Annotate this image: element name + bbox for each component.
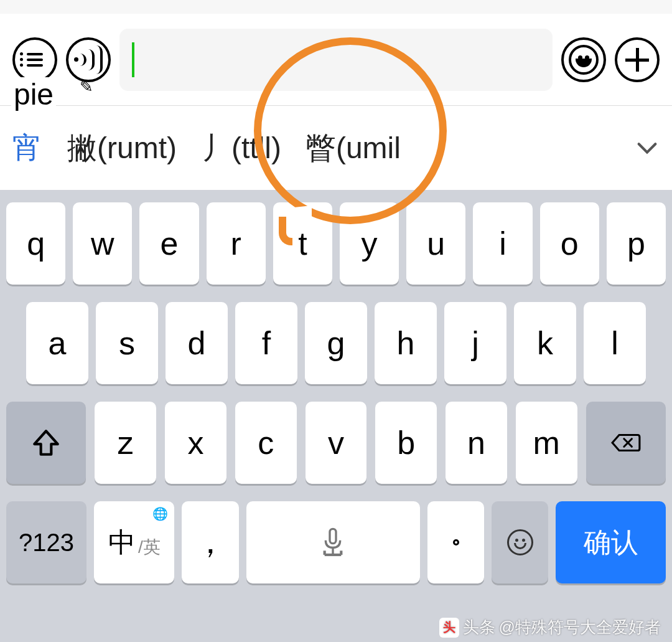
key-row-1: q w e r t y u i o p xyxy=(6,202,666,285)
key-z[interactable]: z xyxy=(95,402,156,484)
key-e[interactable]: e xyxy=(139,202,198,285)
period-dot xyxy=(453,539,459,545)
key-l[interactable]: l xyxy=(584,302,646,384)
key-x[interactable]: x xyxy=(165,402,226,484)
text-caret xyxy=(132,42,134,77)
globe-icon: 🌐 xyxy=(152,506,168,521)
key-w[interactable]: w xyxy=(73,202,132,285)
lang-secondary: /英 xyxy=(138,536,161,559)
voice-icon[interactable] xyxy=(66,37,111,82)
candidate-item[interactable]: 撇(rumt) xyxy=(67,128,177,168)
key-row-4: ?123 🌐 中/英 ， 确认 xyxy=(6,501,666,583)
key-n[interactable]: n xyxy=(446,402,507,484)
key-row-2: a s d f g h j k l xyxy=(6,302,666,384)
sound-waves xyxy=(74,45,103,74)
candidate-bar: 宵 撇(rumt) 丿(ttll) 瞥(umil xyxy=(0,106,672,190)
list-lines xyxy=(27,50,43,70)
menu-list-icon[interactable] xyxy=(12,37,57,82)
key-o[interactable]: o xyxy=(540,202,599,285)
key-m[interactable]: m xyxy=(516,402,577,484)
plus-v xyxy=(636,48,639,72)
key-u[interactable]: u xyxy=(406,202,465,285)
emoji-key[interactable] xyxy=(492,501,548,583)
backspace-key[interactable] xyxy=(586,402,666,484)
key-s[interactable]: s xyxy=(96,302,158,384)
edit-pencil-icon: ✎ xyxy=(80,77,93,97)
smile-face xyxy=(569,45,599,75)
symbols-key[interactable]: ?123 xyxy=(6,501,86,583)
watermark: 头 头条 @特殊符号大全爱好者 xyxy=(439,616,661,638)
top-strip xyxy=(0,0,672,14)
watermark-prefix: 头条 xyxy=(463,616,495,638)
period-key[interactable] xyxy=(427,501,484,583)
backspace-icon xyxy=(610,427,642,458)
key-c[interactable]: c xyxy=(235,402,297,484)
emoji-key-face-icon xyxy=(507,529,533,555)
watermark-text: @特殊符号大全爱好者 xyxy=(499,616,661,638)
key-y[interactable]: y xyxy=(340,202,399,285)
keyboard: q w e r t y u i o p a s d f g h j k l z … xyxy=(0,190,672,642)
key-t[interactable]: t xyxy=(273,202,332,285)
language-toggle-key[interactable]: 🌐 中/英 xyxy=(94,501,174,583)
chevron-down-icon[interactable] xyxy=(635,136,660,161)
key-g[interactable]: g xyxy=(305,302,367,384)
svg-rect-0 xyxy=(330,529,336,543)
lang-primary: 中 xyxy=(108,524,136,561)
input-bar: pie ✎ xyxy=(0,14,672,106)
key-i[interactable]: i xyxy=(473,202,532,285)
key-v[interactable]: v xyxy=(306,402,367,484)
emoji-icon[interactable] xyxy=(561,37,606,82)
mic-icon xyxy=(320,527,346,558)
candidate-primary[interactable]: 宵 xyxy=(12,128,42,168)
add-icon[interactable] xyxy=(615,37,660,82)
confirm-key[interactable]: 确认 xyxy=(556,501,666,583)
key-p[interactable]: p xyxy=(607,202,666,285)
shift-key[interactable] xyxy=(6,402,86,484)
key-a[interactable]: a xyxy=(26,302,88,384)
key-d[interactable]: d xyxy=(166,302,228,384)
key-k[interactable]: k xyxy=(514,302,576,384)
comma-key[interactable]: ， xyxy=(182,501,238,583)
text-input[interactable] xyxy=(119,29,553,91)
space-key[interactable] xyxy=(246,501,420,583)
key-j[interactable]: j xyxy=(444,302,506,384)
key-row-3: z x c v b n m xyxy=(6,402,666,484)
key-f[interactable]: f xyxy=(235,302,297,384)
key-r[interactable]: r xyxy=(207,202,266,285)
watermark-logo-icon: 头 xyxy=(439,618,459,638)
candidate-item[interactable]: 瞥(umil xyxy=(306,128,401,168)
key-q[interactable]: q xyxy=(6,202,65,285)
key-b[interactable]: b xyxy=(375,402,437,484)
key-h[interactable]: h xyxy=(375,302,437,384)
ime-composition-label: pie xyxy=(11,77,56,111)
candidate-item[interactable]: 丿(ttll) xyxy=(202,128,281,168)
shift-icon xyxy=(30,427,62,458)
